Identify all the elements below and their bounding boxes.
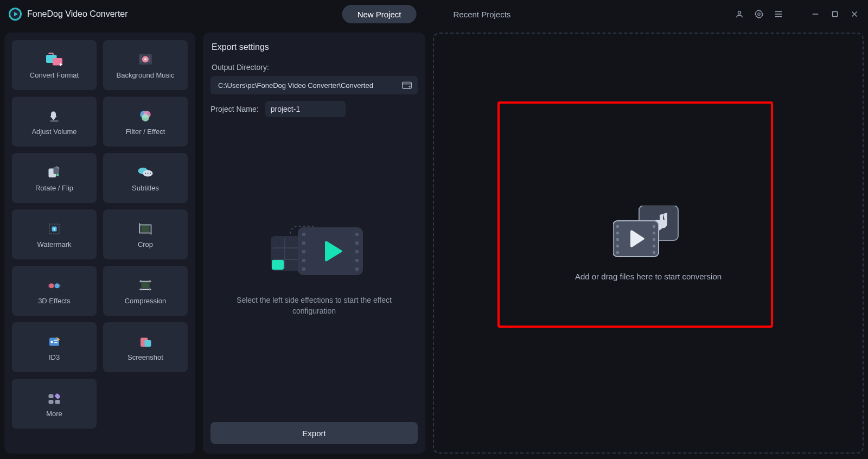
adjust-volume-icon <box>43 108 65 124</box>
output-directory-value: C:\Users\pc\FoneDog Video Converter\Conv… <box>218 81 373 90</box>
tool-rotate-flip[interactable]: Rotate / Flip <box>12 153 97 203</box>
project-name-input[interactable]: project-1 <box>265 101 346 117</box>
main-tabs: New Project Recent Projects <box>342 5 526 23</box>
project-name-row: Project Name: project-1 <box>210 101 418 117</box>
svg-rect-78 <box>653 238 655 241</box>
svg-text:T: T <box>53 227 56 232</box>
svg-point-31 <box>150 173 151 174</box>
svg-rect-15 <box>149 55 150 56</box>
svg-rect-67 <box>355 259 359 262</box>
svg-point-1 <box>758 13 761 16</box>
output-directory-label: Output Directory: <box>212 63 418 72</box>
svg-rect-35 <box>142 225 150 233</box>
svg-rect-77 <box>653 232 655 234</box>
svg-rect-16 <box>149 58 150 59</box>
drop-zone-inner: Add or drag files here to start conversi… <box>575 206 722 281</box>
account-icon[interactable] <box>735 9 744 19</box>
drop-zone-text: Add or drag files here to start conversi… <box>575 272 722 281</box>
export-button[interactable]: Export <box>210 422 418 444</box>
svg-rect-66 <box>355 250 359 253</box>
drop-zone[interactable]: Add or drag files here to start conversi… <box>433 33 864 454</box>
tool-label: Filter / Effect <box>126 127 165 136</box>
svg-rect-64 <box>355 233 359 236</box>
tab-label: New Project <box>358 10 401 19</box>
tab-recent-projects[interactable]: Recent Projects <box>438 5 526 23</box>
svg-rect-73 <box>616 238 619 241</box>
title-bar: FoneDog Video Converter New Project Rece… <box>0 0 868 28</box>
svg-rect-17 <box>149 60 150 61</box>
close-icon[interactable] <box>850 9 859 19</box>
app-brand: FoneDog Video Converter <box>9 8 128 21</box>
svg-point-38 <box>55 283 60 288</box>
output-directory-field[interactable]: C:\Users\pc\FoneDog Video Converter\Conv… <box>210 76 418 94</box>
svg-rect-61 <box>302 250 305 253</box>
tool-label: Convert Format <box>30 71 79 79</box>
svg-rect-74 <box>616 245 619 247</box>
svg-point-30 <box>147 173 148 174</box>
tool-label: More <box>46 410 62 418</box>
svg-rect-46 <box>49 394 54 398</box>
tool-id3[interactable]: ID3 <box>12 322 97 372</box>
svg-rect-63 <box>302 267 305 271</box>
menu-icon[interactable] <box>774 9 783 19</box>
rotate-flip-icon <box>43 164 65 181</box>
svg-rect-79 <box>653 245 655 247</box>
svg-rect-68 <box>355 267 359 271</box>
svg-rect-14 <box>141 60 142 61</box>
tool-label: Crop <box>138 240 153 248</box>
tool-adjust-volume[interactable]: Adjust Volume <box>12 97 97 146</box>
tool-compression[interactable]: Compression <box>103 266 188 316</box>
tool-label: Rotate / Flip <box>35 184 73 192</box>
filter-effect-icon <box>135 108 156 124</box>
svg-rect-45 <box>145 340 151 347</box>
settings-gear-icon[interactable] <box>754 9 764 19</box>
tool-more[interactable]: More <box>12 379 97 429</box>
svg-rect-57 <box>272 260 284 270</box>
tool-crop[interactable]: Crop <box>103 209 188 259</box>
main-content: Convert FormatBackground MusicAdjust Vol… <box>0 28 868 459</box>
svg-rect-13 <box>141 58 142 59</box>
tool-label: 3D Effects <box>38 297 71 305</box>
export-button-label: Export <box>302 429 326 438</box>
screenshot-icon <box>135 334 156 350</box>
svg-rect-49 <box>55 400 60 404</box>
tool-watermark[interactable]: TWatermark <box>12 209 97 259</box>
svg-rect-47 <box>54 393 61 399</box>
tool-screenshot[interactable]: Screenshot <box>103 322 188 372</box>
tool-label: Subtitles <box>132 184 159 192</box>
tool-subtitles[interactable]: Subtitles <box>103 153 188 203</box>
effect-illustration-icon <box>260 223 368 284</box>
more-icon <box>43 390 65 406</box>
export-illustration-area: Select the left side effections to start… <box>210 117 418 422</box>
svg-point-26 <box>56 174 59 176</box>
svg-point-37 <box>49 283 54 288</box>
browse-folder-icon[interactable] <box>401 80 412 90</box>
drop-illustration-icon <box>613 206 684 260</box>
svg-rect-60 <box>302 241 305 245</box>
tool-background-music[interactable]: Background Music <box>103 40 188 90</box>
tools-panel: Convert FormatBackground MusicAdjust Vol… <box>4 33 195 454</box>
svg-rect-80 <box>653 251 655 254</box>
maximize-icon[interactable] <box>830 9 840 19</box>
minimize-icon[interactable] <box>810 9 820 19</box>
svg-point-29 <box>145 173 146 174</box>
svg-rect-76 <box>653 225 655 228</box>
tool-label: ID3 <box>49 353 60 361</box>
export-title: Export settings <box>210 42 418 52</box>
subtitles-icon <box>135 164 156 181</box>
tool-filter-effect[interactable]: Filter / Effect <box>103 97 188 146</box>
background-music-icon <box>135 52 156 68</box>
tool-convert-format[interactable]: Convert Format <box>12 40 97 90</box>
tab-new-project[interactable]: New Project <box>342 5 417 23</box>
svg-rect-39 <box>142 282 150 289</box>
svg-point-23 <box>142 114 149 122</box>
app-title: FoneDog Video Converter <box>27 9 128 19</box>
svg-point-41 <box>50 340 53 343</box>
tool-label: Adjust Volume <box>31 127 76 136</box>
export-helper-text: Select the left side effections to start… <box>227 295 401 317</box>
id3-icon <box>43 334 65 350</box>
svg-rect-75 <box>616 251 619 254</box>
compression-icon <box>135 277 156 294</box>
crop-icon <box>135 221 156 237</box>
tool-3d-effects[interactable]: 3D Effects <box>12 266 97 316</box>
